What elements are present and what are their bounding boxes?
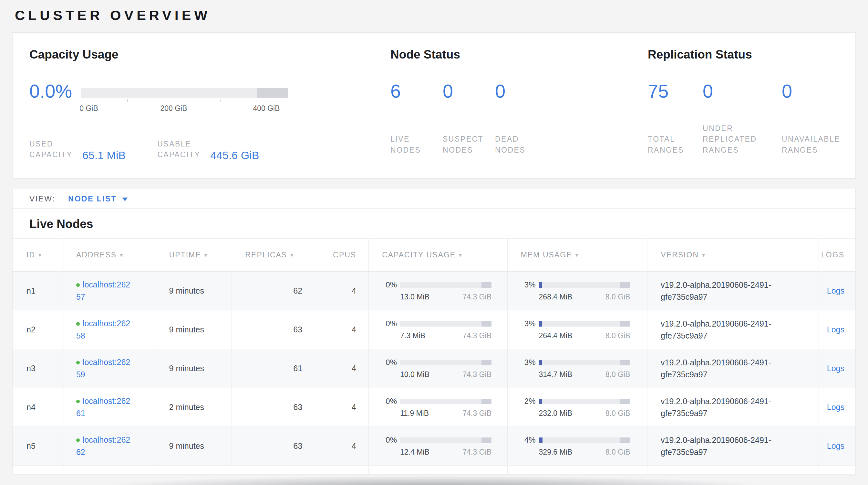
replication-status-title: Replication Status [648,48,856,62]
capacity-total-value: 74.3 GiB [462,293,492,301]
mem-usage-meter: 4% 329.6 MiB 8.0 GiB [521,435,630,457]
node-live-status-icon [76,438,80,442]
axis-label-400: 400 GiB [253,104,280,113]
node-id: n5 [27,441,35,451]
node-id-cell: n3 [12,349,64,388]
capacity-total-value: 74.3 GiB [462,370,492,379]
cluster-overview-page: CLUSTER OVERVIEW Capacity Usage 0.0% 0 G… [0,0,868,474]
node-address-link[interactable]: localhost:26258 [76,319,130,340]
node-id: n3 [27,364,35,373]
cpus-cell: 4 [317,272,369,310]
node-address-cell: localhost:26261 [64,388,156,426]
used-capacity-stat: USED CAPACITY 65.1 MiB [29,139,126,160]
column-header-logs: LOGS [819,238,856,271]
mem-usage-meter: 3% 314.7 MiB 8.0 GiB [521,358,630,379]
node-address-cell: localhost:26257 [64,272,156,310]
bar-fill [539,360,542,365]
logs-link[interactable]: Logs [827,403,844,412]
logs-cell [819,465,856,474]
column-header-replicas[interactable]: REPLICAS▾ [232,238,317,271]
uptime-cell: 2 minutes [156,388,232,426]
sort-arrow-icon: ▾ [205,252,208,259]
used-capacity-label: USED CAPACITY [29,139,75,160]
bar-end-segment [482,437,492,443]
replicas-value: 62 [293,286,302,295]
replicas-value: 61 [293,364,302,373]
logs-link[interactable]: Logs [827,286,844,295]
node-id-cell: n1 [12,272,64,310]
node-live-status-icon [76,322,80,325]
uptime-cell [156,465,232,474]
capacity-used-percent: 0.0% [29,82,81,115]
node-live-status-icon [76,361,80,364]
column-header-capacity-usage[interactable]: CAPACITY USAGE▾ [369,238,507,271]
cpus-value: 4 [352,441,356,451]
mem-percent: 4% [521,435,536,445]
chevron-down-icon [122,198,128,201]
logs-cell: Logs [819,272,856,310]
axis-tick [220,99,221,102]
under-replicated-ranges-label: UNDER-REPLICATED RANGES [703,123,779,155]
node-address-link[interactable]: localhost:26259 [76,358,130,379]
live-nodes-stat: 6 LIVE NODES [391,82,435,155]
column-header-mem-label: MEM USAGE [521,251,572,259]
column-header-logs-label: LOGS [821,251,844,259]
live-nodes-count: 6 [391,82,435,101]
capacity-bar-end-segment [257,88,288,98]
node-address-link[interactable]: localhost:26261 [76,396,130,418]
capacity-bar [400,437,492,443]
version-value: v19.2.0-alpha.20190606-2491-gfe735c9a97 [661,395,802,419]
mem-total-value: 8.0 GiB [606,332,630,340]
column-header-mem-usage[interactable]: MEM USAGE▾ [507,238,648,271]
capacity-bar [81,88,288,98]
uptime-cell: 9 minutes [156,310,232,349]
mem-usage-cell: 2% 232.0 MiB 8.0 GiB [507,388,648,426]
logs-link[interactable]: Logs [827,325,844,334]
uptime-value: 2 minutes [169,403,204,412]
used-capacity-value: 65.1 MiB [82,150,126,161]
replicas-cell: 63 [232,310,317,349]
capacity-total-value: 74.3 GiB [462,332,492,340]
capacity-used-value: 7.3 MiB [400,332,425,340]
bar-end-segment [482,282,492,288]
column-header-cpus-label: CPUS [333,251,356,259]
mem-percent: 3% [521,280,536,289]
column-header-version[interactable]: VERSION▾ [647,238,819,271]
suspect-nodes-label: SUSPECT NODES [443,134,487,155]
node-address-link[interactable]: localhost:26257 [76,280,130,301]
column-header-capacity-label: CAPACITY USAGE [382,251,456,259]
capacity-bar [400,360,492,365]
bar-end-segment [482,321,492,326]
capacity-usage-cell [369,465,507,474]
table-row: n2 localhost:26258 9 minutes 63 4 0% [12,310,856,349]
logs-cell: Logs [819,310,856,349]
column-header-id-label: ID [27,251,35,259]
view-selector-dropdown[interactable]: NODE LIST [68,194,128,203]
view-label: VIEW: [29,194,55,203]
version-value: v19.2.0-alpha.20190606-2491-gfe735c9a97 [661,434,802,458]
mem-total-value: 8.0 GiB [606,409,630,418]
mem-usage-meter: 3% 264.4 MiB 8.0 GiB [521,319,630,340]
column-header-id[interactable]: ID▾ [12,238,64,271]
unavailable-ranges-label: UNAVAILABLE RANGES [782,134,849,155]
mem-percent: 3% [521,319,536,328]
logs-cell: Logs [819,388,856,426]
view-selected-value: NODE LIST [68,194,117,203]
mem-used-value: 329.6 MiB [539,448,572,457]
bar-end-segment [482,399,492,404]
column-header-replicas-label: REPLICAS [245,251,287,259]
version-cell: v19.2.0-alpha.20190606-2491-gfe735c9a97 [647,427,819,465]
column-header-uptime[interactable]: UPTIME▾ [156,238,232,271]
table-row: n3 localhost:26259 9 minutes 61 4 0% [12,349,856,388]
node-address-link[interactable]: localhost:26262 [76,435,130,457]
logs-link[interactable]: Logs [827,441,844,451]
replicas-value: 63 [293,325,302,334]
total-ranges-count: 75 [648,82,699,101]
replicas-cell: 63 [232,427,317,465]
unavailable-ranges-count: 0 [782,82,849,101]
mem-total-value: 8.0 GiB [606,370,630,379]
table-row-partial [12,465,856,474]
bar-end-segment [620,282,630,288]
logs-link[interactable]: Logs [827,364,844,373]
column-header-address[interactable]: ADDRESS▾ [64,238,156,271]
